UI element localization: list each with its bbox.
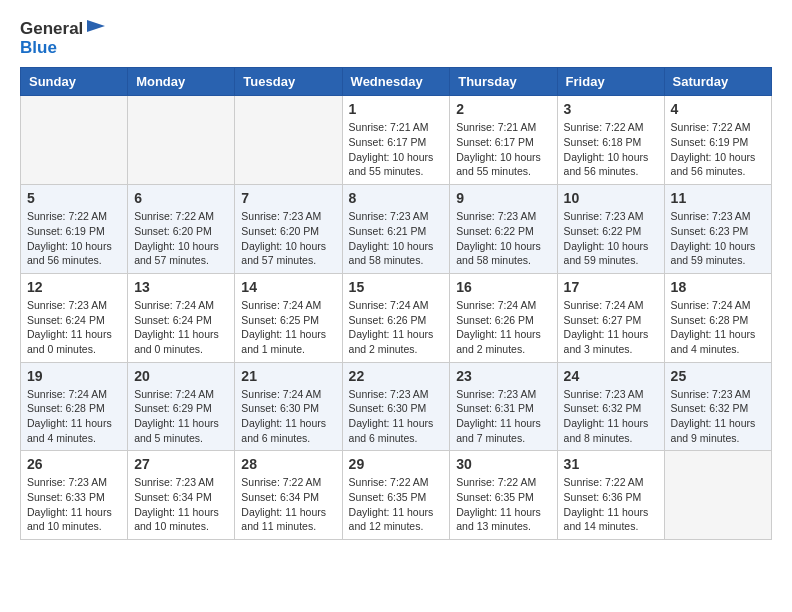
weekday-header-wednesday: Wednesday (342, 68, 450, 96)
day-info: Sunrise: 7:23 AM Sunset: 6:32 PM Dayligh… (671, 387, 765, 446)
svg-marker-0 (87, 20, 105, 32)
day-number: 26 (27, 456, 121, 472)
day-number: 1 (349, 101, 444, 117)
calendar-cell: 7Sunrise: 7:23 AM Sunset: 6:20 PM Daylig… (235, 185, 342, 274)
calendar-cell: 17Sunrise: 7:24 AM Sunset: 6:27 PM Dayli… (557, 273, 664, 362)
calendar-week-row: 19Sunrise: 7:24 AM Sunset: 6:28 PM Dayli… (21, 362, 772, 451)
day-info: Sunrise: 7:23 AM Sunset: 6:30 PM Dayligh… (349, 387, 444, 446)
day-info: Sunrise: 7:24 AM Sunset: 6:28 PM Dayligh… (671, 298, 765, 357)
calendar-cell: 22Sunrise: 7:23 AM Sunset: 6:30 PM Dayli… (342, 362, 450, 451)
calendar-cell: 19Sunrise: 7:24 AM Sunset: 6:28 PM Dayli… (21, 362, 128, 451)
calendar-cell: 26Sunrise: 7:23 AM Sunset: 6:33 PM Dayli… (21, 451, 128, 540)
calendar-cell: 25Sunrise: 7:23 AM Sunset: 6:32 PM Dayli… (664, 362, 771, 451)
calendar-cell (21, 96, 128, 185)
day-number: 2 (456, 101, 550, 117)
calendar-week-row: 12Sunrise: 7:23 AM Sunset: 6:24 PM Dayli… (21, 273, 772, 362)
calendar-cell (664, 451, 771, 540)
day-info: Sunrise: 7:22 AM Sunset: 6:18 PM Dayligh… (564, 120, 658, 179)
day-number: 25 (671, 368, 765, 384)
calendar-cell: 29Sunrise: 7:22 AM Sunset: 6:35 PM Dayli… (342, 451, 450, 540)
day-number: 27 (134, 456, 228, 472)
day-info: Sunrise: 7:23 AM Sunset: 6:22 PM Dayligh… (456, 209, 550, 268)
day-info: Sunrise: 7:22 AM Sunset: 6:35 PM Dayligh… (349, 475, 444, 534)
day-info: Sunrise: 7:24 AM Sunset: 6:26 PM Dayligh… (349, 298, 444, 357)
calendar-cell: 21Sunrise: 7:24 AM Sunset: 6:30 PM Dayli… (235, 362, 342, 451)
day-number: 13 (134, 279, 228, 295)
logo-general: General (20, 20, 83, 39)
day-number: 7 (241, 190, 335, 206)
day-number: 15 (349, 279, 444, 295)
day-info: Sunrise: 7:23 AM Sunset: 6:32 PM Dayligh… (564, 387, 658, 446)
day-number: 11 (671, 190, 765, 206)
day-info: Sunrise: 7:22 AM Sunset: 6:20 PM Dayligh… (134, 209, 228, 268)
calendar-cell: 6Sunrise: 7:22 AM Sunset: 6:20 PM Daylig… (128, 185, 235, 274)
calendar-cell: 14Sunrise: 7:24 AM Sunset: 6:25 PM Dayli… (235, 273, 342, 362)
calendar-cell: 27Sunrise: 7:23 AM Sunset: 6:34 PM Dayli… (128, 451, 235, 540)
weekday-header-sunday: Sunday (21, 68, 128, 96)
day-info: Sunrise: 7:23 AM Sunset: 6:20 PM Dayligh… (241, 209, 335, 268)
calendar-cell: 8Sunrise: 7:23 AM Sunset: 6:21 PM Daylig… (342, 185, 450, 274)
logo-blue: Blue (20, 38, 57, 57)
day-info: Sunrise: 7:23 AM Sunset: 6:21 PM Dayligh… (349, 209, 444, 268)
day-info: Sunrise: 7:22 AM Sunset: 6:19 PM Dayligh… (27, 209, 121, 268)
calendar-week-row: 1Sunrise: 7:21 AM Sunset: 6:17 PM Daylig… (21, 96, 772, 185)
day-number: 9 (456, 190, 550, 206)
calendar-cell (235, 96, 342, 185)
calendar-cell: 15Sunrise: 7:24 AM Sunset: 6:26 PM Dayli… (342, 273, 450, 362)
logo-flag-icon (85, 20, 107, 38)
calendar-cell: 30Sunrise: 7:22 AM Sunset: 6:35 PM Dayli… (450, 451, 557, 540)
weekday-header-friday: Friday (557, 68, 664, 96)
day-number: 8 (349, 190, 444, 206)
day-number: 24 (564, 368, 658, 384)
day-number: 31 (564, 456, 658, 472)
day-info: Sunrise: 7:23 AM Sunset: 6:22 PM Dayligh… (564, 209, 658, 268)
day-info: Sunrise: 7:24 AM Sunset: 6:26 PM Dayligh… (456, 298, 550, 357)
day-number: 19 (27, 368, 121, 384)
calendar-table: SundayMondayTuesdayWednesdayThursdayFrid… (20, 67, 772, 540)
day-number: 3 (564, 101, 658, 117)
day-number: 14 (241, 279, 335, 295)
logo-text: General Blue (20, 20, 107, 57)
day-number: 18 (671, 279, 765, 295)
day-info: Sunrise: 7:24 AM Sunset: 6:28 PM Dayligh… (27, 387, 121, 446)
day-number: 17 (564, 279, 658, 295)
day-number: 21 (241, 368, 335, 384)
day-info: Sunrise: 7:24 AM Sunset: 6:29 PM Dayligh… (134, 387, 228, 446)
day-info: Sunrise: 7:23 AM Sunset: 6:23 PM Dayligh… (671, 209, 765, 268)
calendar-cell: 16Sunrise: 7:24 AM Sunset: 6:26 PM Dayli… (450, 273, 557, 362)
day-number: 28 (241, 456, 335, 472)
weekday-header-tuesday: Tuesday (235, 68, 342, 96)
calendar-cell: 11Sunrise: 7:23 AM Sunset: 6:23 PM Dayli… (664, 185, 771, 274)
weekday-header-saturday: Saturday (664, 68, 771, 96)
calendar-week-row: 5Sunrise: 7:22 AM Sunset: 6:19 PM Daylig… (21, 185, 772, 274)
day-number: 10 (564, 190, 658, 206)
calendar-cell: 18Sunrise: 7:24 AM Sunset: 6:28 PM Dayli… (664, 273, 771, 362)
calendar-cell: 13Sunrise: 7:24 AM Sunset: 6:24 PM Dayli… (128, 273, 235, 362)
day-info: Sunrise: 7:21 AM Sunset: 6:17 PM Dayligh… (456, 120, 550, 179)
calendar-cell (128, 96, 235, 185)
calendar-cell: 10Sunrise: 7:23 AM Sunset: 6:22 PM Dayli… (557, 185, 664, 274)
day-number: 5 (27, 190, 121, 206)
day-info: Sunrise: 7:23 AM Sunset: 6:24 PM Dayligh… (27, 298, 121, 357)
calendar-cell: 20Sunrise: 7:24 AM Sunset: 6:29 PM Dayli… (128, 362, 235, 451)
page-header: General Blue (20, 20, 772, 57)
day-number: 30 (456, 456, 550, 472)
day-number: 4 (671, 101, 765, 117)
calendar-cell: 12Sunrise: 7:23 AM Sunset: 6:24 PM Dayli… (21, 273, 128, 362)
calendar-week-row: 26Sunrise: 7:23 AM Sunset: 6:33 PM Dayli… (21, 451, 772, 540)
day-info: Sunrise: 7:22 AM Sunset: 6:35 PM Dayligh… (456, 475, 550, 534)
day-number: 29 (349, 456, 444, 472)
logo: General Blue (20, 20, 107, 57)
calendar-cell: 28Sunrise: 7:22 AM Sunset: 6:34 PM Dayli… (235, 451, 342, 540)
day-number: 20 (134, 368, 228, 384)
day-number: 6 (134, 190, 228, 206)
day-number: 16 (456, 279, 550, 295)
weekday-header-row: SundayMondayTuesdayWednesdayThursdayFrid… (21, 68, 772, 96)
day-info: Sunrise: 7:24 AM Sunset: 6:30 PM Dayligh… (241, 387, 335, 446)
day-number: 22 (349, 368, 444, 384)
calendar-cell: 3Sunrise: 7:22 AM Sunset: 6:18 PM Daylig… (557, 96, 664, 185)
day-info: Sunrise: 7:21 AM Sunset: 6:17 PM Dayligh… (349, 120, 444, 179)
calendar-cell: 9Sunrise: 7:23 AM Sunset: 6:22 PM Daylig… (450, 185, 557, 274)
day-info: Sunrise: 7:24 AM Sunset: 6:24 PM Dayligh… (134, 298, 228, 357)
weekday-header-monday: Monday (128, 68, 235, 96)
